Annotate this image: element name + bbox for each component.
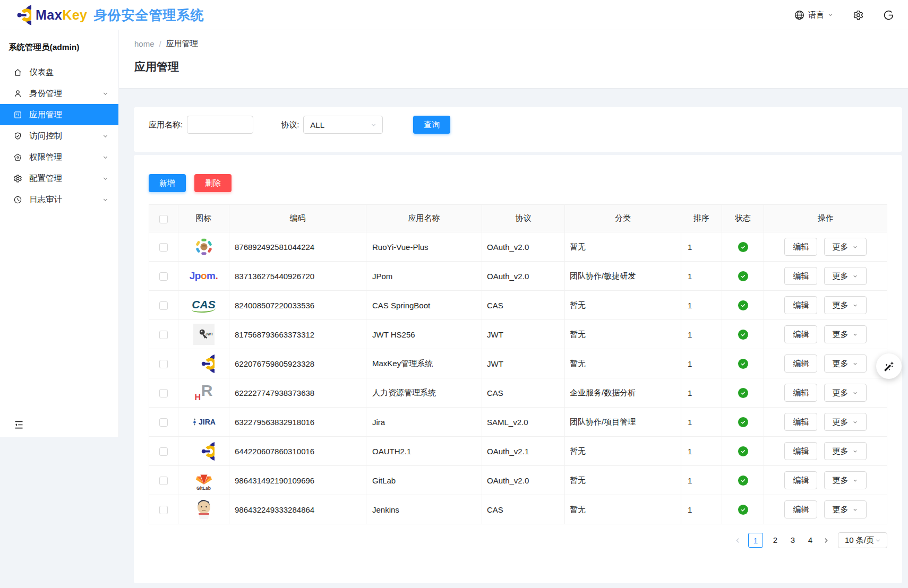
cell-sort: 1 [681, 495, 722, 524]
more-button[interactable]: 更多 [824, 500, 867, 518]
cell-checkbox [149, 408, 178, 437]
cell-action: 编辑 更多 [764, 320, 887, 349]
cell-checkbox [149, 378, 178, 408]
page-button-2[interactable]: 2 [770, 533, 781, 548]
settings-icon[interactable] [853, 10, 864, 21]
more-button[interactable]: 更多 [824, 442, 867, 460]
edit-button[interactable]: 编辑 [784, 325, 817, 343]
row-checkbox[interactable] [159, 360, 168, 368]
status-enabled-icon [738, 446, 748, 456]
row-checkbox[interactable] [159, 389, 168, 397]
cell-category: 暂无 [565, 495, 681, 524]
cell-checkbox [149, 466, 178, 495]
cell-sort: 1 [681, 232, 722, 262]
more-button[interactable]: 更多 [824, 413, 867, 431]
row-checkbox[interactable] [159, 477, 168, 485]
shield-icon [13, 132, 22, 141]
more-button[interactable]: 更多 [824, 325, 867, 343]
chevron-down-icon [370, 122, 377, 128]
app-name-label: 应用名称: [149, 120, 183, 130]
edit-button[interactable]: 编辑 [784, 500, 817, 518]
edit-button[interactable]: 编辑 [784, 354, 817, 373]
row-checkbox[interactable] [159, 418, 168, 427]
search-button[interactable]: 查询 [413, 116, 450, 134]
sidebar-item-config[interactable]: 配置管理 [0, 168, 118, 189]
row-checkbox[interactable] [159, 301, 168, 310]
cell-action: 编辑 更多 [764, 378, 887, 408]
brand: MaxKey 身份安全管理系统 [7, 3, 204, 27]
cell-icon: JIRA [178, 408, 229, 437]
cell-code: 622076759805923328 [229, 349, 366, 378]
table-card: 新增 删除 图标 编码 应用名称 协议 分类 排序 [134, 155, 902, 583]
sidebar-item-label: 应用管理 [29, 109, 109, 120]
app-name-input[interactable] [187, 116, 253, 134]
chevron-down-icon [102, 175, 109, 182]
select-all-checkbox[interactable] [159, 215, 168, 223]
more-button[interactable]: 更多 [824, 296, 867, 314]
cell-code: 644220607860310016 [229, 437, 366, 466]
column-name: 应用名称 [366, 205, 482, 232]
cell-sort: 1 [681, 408, 722, 437]
logout-icon[interactable] [883, 10, 894, 21]
more-button[interactable]: 更多 [824, 354, 867, 373]
page-button-4[interactable]: 4 [805, 533, 816, 548]
cell-category: 企业服务/数据分析 [565, 378, 681, 408]
edit-button[interactable]: 编辑 [784, 442, 817, 460]
chevron-down-icon [875, 537, 881, 544]
more-button[interactable]: 更多 [824, 471, 867, 489]
cell-sort: 1 [681, 349, 722, 378]
delete-button[interactable]: 删除 [194, 174, 232, 192]
menu-fold-icon[interactable] [13, 419, 24, 430]
edit-button[interactable]: 编辑 [784, 384, 817, 402]
cell-category: 暂无 [565, 232, 681, 262]
cell-protocol: OAuth_v2.0 [482, 262, 565, 291]
next-page-icon[interactable] [823, 537, 829, 544]
status-enabled-icon [738, 242, 748, 252]
more-button[interactable]: 更多 [824, 267, 867, 285]
table-row: CAS 824008507220033536 CAS SpringBoot CA… [149, 291, 887, 320]
sidebar-item-permission[interactable]: 权限管理 [0, 146, 118, 168]
page-button-3[interactable]: 3 [787, 533, 798, 548]
sidebar-item-identity[interactable]: 身份管理 [0, 83, 118, 104]
table-row: 644220607860310016 OAUTH2.1 OAuth_v2.1 暂… [149, 437, 887, 466]
page-size-select[interactable]: 10 条/页 [838, 532, 887, 548]
chevron-down-icon [102, 133, 109, 140]
sidebar-item-audit[interactable]: 日志审计 [0, 189, 118, 210]
add-button[interactable]: 新增 [149, 174, 186, 192]
page-button-1[interactable]: 1 [748, 533, 763, 548]
more-button[interactable]: 更多 [824, 238, 867, 256]
breadcrumb: home / 应用管理 [134, 30, 908, 49]
language-menu[interactable]: 语言 [794, 10, 834, 21]
sidebar-item-access[interactable]: 访问控制 [0, 125, 118, 146]
protocol-select[interactable]: ALL [303, 116, 383, 134]
chevron-down-icon [852, 448, 858, 454]
cell-code: 876892492581044224 [229, 232, 366, 262]
prev-page-icon[interactable] [734, 537, 741, 544]
chevron-down-icon [852, 361, 858, 367]
row-checkbox[interactable] [159, 331, 168, 339]
clock-icon [13, 195, 22, 204]
cell-status [722, 437, 764, 466]
row-checkbox[interactable] [159, 447, 168, 456]
chevron-down-icon [852, 390, 858, 396]
sidebar-item-apps[interactable]: 应用管理 [0, 104, 118, 125]
edit-button[interactable]: 编辑 [784, 267, 817, 285]
cell-checkbox [149, 320, 178, 349]
apps-icon [13, 110, 22, 119]
edit-button[interactable]: 编辑 [784, 413, 817, 431]
chevron-down-icon [102, 90, 109, 97]
row-checkbox[interactable] [159, 243, 168, 252]
more-button[interactable]: 更多 [824, 384, 867, 402]
breadcrumb-home[interactable]: home [134, 39, 155, 48]
edit-button[interactable]: 编辑 [784, 471, 817, 489]
edit-button[interactable]: 编辑 [784, 238, 817, 256]
edit-button[interactable]: 编辑 [784, 296, 817, 314]
cell-code: 632279563832918016 [229, 408, 366, 437]
apps-table: 图标 编码 应用名称 协议 分类 排序 状态 操作 8768 [149, 204, 887, 524]
row-checkbox[interactable] [159, 272, 168, 281]
sidebar-item-dashboard[interactable]: 仪表盘 [0, 62, 118, 83]
top-header: MaxKey 身份安全管理系统 语言 [0, 0, 908, 30]
magic-wand-button[interactable] [876, 353, 902, 379]
row-checkbox[interactable] [159, 506, 168, 514]
chevron-down-icon [102, 196, 109, 203]
